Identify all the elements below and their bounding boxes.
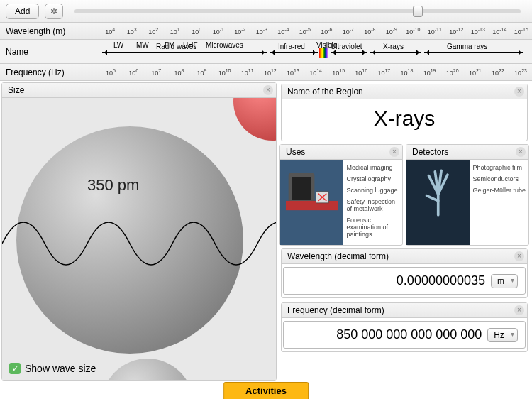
band-xrays: X-rays — [383, 43, 404, 50]
frequency-dec-title-text: Frequency (decimal form) — [287, 305, 384, 315]
tick: 10-5 — [294, 27, 316, 35]
detectors-title-text: Detectors — [412, 147, 448, 157]
frequency-dec-title: Frequency (decimal form) × — [282, 303, 527, 318]
tick: 10-15 — [511, 27, 533, 35]
close-icon[interactable]: × — [516, 147, 526, 157]
tick: 10-1 — [208, 27, 230, 35]
tick: 104 — [99, 27, 121, 35]
list-item: Semiconductors — [472, 175, 526, 182]
frequency-dec-value: 850 000 000 000 000 000 — [336, 327, 482, 342]
activities-button[interactable]: Activities — [223, 382, 309, 399]
detectors-panel: Detectors × Photographic filmSemi — [406, 144, 529, 246]
band-infrared: Infra-red — [278, 43, 305, 50]
wavelength-ticks: 10410310210110010-110-210-310-410-510-61… — [99, 23, 532, 39]
band-lw: LW — [113, 41, 123, 49]
frequency-decimal-panel: Frequency (decimal form) × 850 000 000 0… — [281, 302, 528, 352]
wavelength-dec-title-text: Wavelength (decimal form) — [287, 251, 389, 261]
tick: 100 — [186, 27, 208, 35]
close-icon[interactable]: × — [514, 87, 524, 97]
uses-image — [280, 160, 343, 245]
spectrum-bands: LW MW FM UHF Microwaves Visible Radio wa… — [99, 40, 532, 63]
tick: 105 — [99, 68, 122, 77]
band-bar-xrays — [370, 52, 421, 53]
wave-icon — [2, 215, 276, 272]
list-item: Geiger-Müller tube — [472, 187, 526, 194]
size-value: 350 pm — [87, 176, 139, 195]
tick: 10-7 — [338, 27, 360, 35]
svg-rect-2 — [286, 201, 338, 210]
close-icon[interactable]: × — [514, 251, 524, 261]
tick: 10-13 — [467, 27, 489, 35]
band-bar-radio — [102, 52, 267, 53]
toolbar: Add ✲ — [0, 0, 532, 23]
gear-icon[interactable]: ✲ — [45, 4, 63, 19]
main-slider[interactable] — [74, 9, 521, 13]
band-bar-uv — [331, 52, 367, 53]
region-title: Name of the Region × — [282, 84, 527, 99]
tick: 106 — [122, 68, 145, 77]
wavelength-axis-label: Wavelength (m) — [0, 23, 99, 39]
wavelength-unit-select[interactable]: m — [491, 274, 518, 288]
list-item: Photographic film — [472, 164, 526, 171]
frequency-axis-label: Frequency (Hz) — [0, 64, 99, 80]
list-item: Medical imaging — [346, 164, 399, 171]
frequency-ticks: 1051061071081091010101110121013101410151… — [99, 64, 532, 80]
size-visual: 350 pm ✓ Show wave size — [2, 98, 276, 380]
band-microwaves: Microwaves — [206, 41, 243, 49]
tick: 107 — [145, 68, 167, 77]
tick: 1013 — [282, 68, 304, 77]
size-panel: Size × 350 pm ✓ Show wave size — [1, 82, 277, 381]
band-bar-gamma — [424, 52, 523, 53]
uses-list: Medical imagingCrystallographyScanning l… — [343, 160, 402, 245]
tick: 10-2 — [229, 27, 251, 35]
slider-thumb[interactable] — [413, 6, 423, 17]
detectors-image — [406, 160, 470, 245]
tick: 1010 — [214, 68, 236, 77]
tick: 10-11 — [424, 27, 446, 35]
add-button[interactable]: Add — [6, 4, 39, 19]
tick: 1023 — [509, 68, 532, 77]
tick: 10-9 — [381, 27, 403, 35]
detectors-list: Photographic filmSemiconductorsGeiger-Mü… — [470, 160, 528, 245]
tick: 1015 — [327, 68, 350, 77]
close-icon[interactable]: × — [514, 305, 524, 315]
band-mw: MW — [136, 41, 149, 49]
tick: 1018 — [395, 68, 418, 77]
tick: 10-8 — [359, 27, 381, 35]
size-title-text: Size — [8, 85, 24, 95]
tick: 1012 — [259, 68, 282, 77]
band-uv: Ultraviolet — [331, 43, 362, 50]
close-icon[interactable]: × — [389, 147, 399, 157]
region-value: X-rays — [282, 99, 527, 141]
tick: 101 — [165, 27, 187, 35]
name-axis-label: Name — [0, 40, 99, 63]
wavelength-axis: Wavelength (m) 10410310210110010-110-210… — [0, 23, 532, 40]
uses-panel: Uses × Medical imagingCrystallographySc — [279, 144, 403, 246]
uses-title-text: Uses — [286, 147, 305, 157]
tick: 10-3 — [251, 27, 273, 35]
show-wave-checkbox[interactable]: ✓ Show wave size — [9, 363, 96, 374]
uses-title: Uses × — [280, 145, 402, 160]
tick: 1020 — [441, 68, 464, 77]
close-icon[interactable]: × — [263, 85, 273, 95]
list-item: Crystallography — [346, 175, 399, 182]
check-icon: ✓ — [9, 363, 21, 374]
tick: 10-12 — [445, 27, 467, 35]
tick: 109 — [190, 68, 213, 77]
comparison-sphere-small — [101, 359, 194, 380]
frequency-unit-select[interactable]: Hz — [487, 328, 518, 342]
tick: 1017 — [372, 68, 395, 77]
visible-spectrum-icon — [319, 48, 328, 58]
tick: 10-10 — [402, 27, 424, 35]
list-item: Forensic examination of paintings — [346, 217, 399, 238]
tick: 108 — [167, 68, 190, 77]
band-bar-infrared — [270, 52, 318, 53]
show-wave-label: Show wave size — [25, 363, 96, 374]
wavelength-decimal-panel: Wavelength (decimal form) × 0.0000000003… — [281, 248, 528, 298]
tick: 10-14 — [489, 27, 511, 35]
tick: 1021 — [464, 68, 487, 77]
tick: 103 — [121, 27, 143, 35]
frequency-axis: Frequency (Hz) 1051061071081091010101110… — [0, 64, 532, 81]
tick: 10-6 — [316, 27, 338, 35]
region-panel: Name of the Region × X-rays — [281, 84, 528, 141]
